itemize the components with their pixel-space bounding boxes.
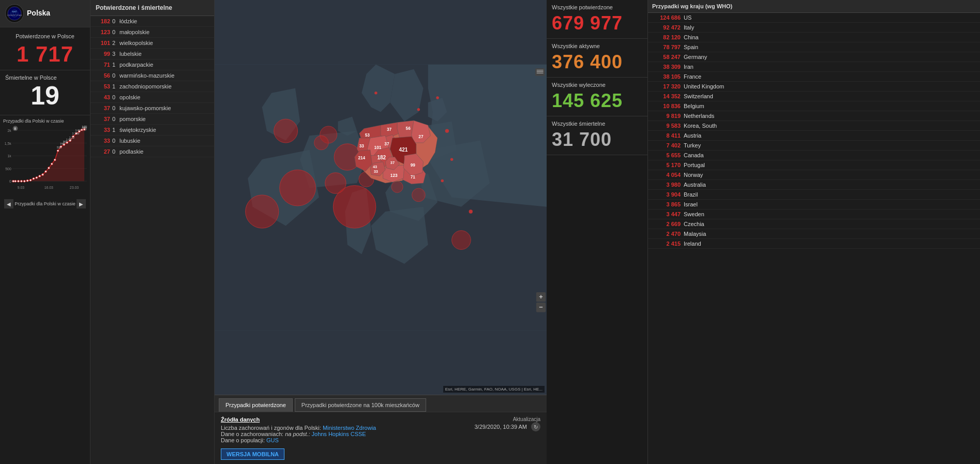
gus-link[interactable]: GUS xyxy=(266,437,279,443)
svg-point-28 xyxy=(26,180,28,182)
svg-point-29 xyxy=(29,179,32,182)
info-links: Liczba zachorowań i zgonów dla Polski: M… xyxy=(221,425,376,443)
svg-text:+: + xyxy=(539,293,543,301)
country-row: 3 980Australia xyxy=(648,180,980,190)
svg-point-75 xyxy=(469,209,473,213)
svg-point-0 xyxy=(8,7,21,20)
country-row: 58 247Germany xyxy=(648,52,980,62)
tab-confirmed[interactable]: Przypadki potwierdzone xyxy=(219,398,293,412)
country-row: 2 415Ireland xyxy=(648,239,980,249)
svg-text:⏸: ⏸ xyxy=(13,127,17,130)
svg-point-81 xyxy=(325,173,346,193)
mobile-button[interactable]: WERSJA MOBILNA xyxy=(221,448,284,460)
svg-text:−: − xyxy=(539,303,543,311)
svg-point-24 xyxy=(14,181,17,183)
svg-text:71: 71 xyxy=(411,175,416,179)
tab-per-100k[interactable]: Przypadki potwierdzone na 100k mieszkańc… xyxy=(295,398,426,412)
line2-prefix: Dane o zachorowaniach: xyxy=(221,431,285,437)
confirmed-number: 1 717 xyxy=(5,42,85,67)
svg-point-31 xyxy=(36,177,38,179)
summary-panel: Wszystkie śmiertelne31 700 xyxy=(547,116,647,155)
svg-text:2k: 2k xyxy=(7,129,11,132)
chart-prev-button[interactable]: ◀ xyxy=(4,199,13,208)
svg-point-34 xyxy=(45,171,47,173)
stat-row: 270podlaskie xyxy=(91,146,214,157)
svg-point-77 xyxy=(441,179,444,183)
summary-panels: Wszystkie potwierdzone679 977Wszystkie a… xyxy=(547,0,647,155)
svg-point-73 xyxy=(436,96,439,99)
country-row: 3 447Sweden xyxy=(648,209,980,219)
svg-text:16.03: 16.03 xyxy=(44,186,53,189)
country-row: 8 411Austria xyxy=(648,131,980,141)
svg-point-90 xyxy=(452,231,471,250)
country-row: 2 470Malaysia xyxy=(648,229,980,239)
stat-row: 531zachodniopomorskie xyxy=(91,81,214,92)
stat-row: 370pomorskie xyxy=(91,114,214,125)
svg-point-88 xyxy=(412,188,426,202)
country-row: 124 686US xyxy=(648,13,980,23)
map-area: 53 37 56 27 37 33 101 421 182 37 99 214 … xyxy=(215,0,547,464)
chart-svg: 2k 1,5k 1k 500 0 9.03 16.03 23.03 ⏸ ⏸ xyxy=(3,125,87,197)
info-bar: Źródła danych Liczba zachorowań i zgonów… xyxy=(215,412,547,464)
country-row: 9 819Netherlands xyxy=(648,111,980,121)
svg-point-30 xyxy=(33,178,35,180)
svg-text:53: 53 xyxy=(365,133,370,138)
summary-panel: Wszystkie potwierdzone679 977 xyxy=(547,0,647,39)
summary-panel: Wszystkie wyleczone145 625 xyxy=(547,78,647,116)
svg-point-23 xyxy=(12,181,14,183)
country-row: 10 836Belgium xyxy=(648,101,980,111)
map-attribution: Esri, HERE, Garmin, FAO, NOAA, USGS | Es… xyxy=(443,386,545,393)
country-row: 3 865Israel xyxy=(648,200,980,209)
ministerstwo-link[interactable]: Ministerstwo Zdrowia xyxy=(323,425,376,431)
svg-text:33: 33 xyxy=(374,169,378,174)
country-row: 92 472Italy xyxy=(648,23,980,33)
svg-text:1,5k: 1,5k xyxy=(5,142,12,145)
stat-row: 1230małopolskie xyxy=(91,27,214,38)
country-row: 9 583Korea, South xyxy=(648,121,980,131)
map-svg: 53 37 56 27 37 33 101 421 182 37 99 214 … xyxy=(215,0,547,395)
svg-text:1 717: 1 717 xyxy=(82,125,87,128)
svg-point-35 xyxy=(48,167,50,169)
chart-area: 2k 1,5k 1k 500 0 9.03 16.03 23.03 ⏸ ⏸ xyxy=(3,125,87,197)
svg-text:23.03: 23.03 xyxy=(70,186,79,189)
chart-title: Przypadki dla Polski w czasie xyxy=(3,118,87,124)
svg-rect-124 xyxy=(535,68,545,76)
svg-point-36 xyxy=(51,163,53,165)
country-row: 38 105France xyxy=(648,72,980,82)
svg-point-78 xyxy=(417,108,420,111)
svg-point-38 xyxy=(57,150,59,152)
country-panel: Przypadki wg kraju (wg WHO) 124 686US92 … xyxy=(647,0,980,464)
esri-logo: esri THE SCIENCE OF WHERE xyxy=(5,4,24,23)
svg-text:500: 500 xyxy=(5,167,11,171)
map-tabs: Przypadki potwierdzone Przypadki potwier… xyxy=(215,395,547,412)
country-row: 3 904Brazil xyxy=(648,190,980,200)
chart-next-button[interactable]: ▶ xyxy=(77,199,86,208)
hopkins-link[interactable]: Johns Hopkins CSSE xyxy=(312,431,366,437)
country-row: 7 402Turkey xyxy=(648,141,980,151)
stats-list: 1820łódzkie1230małopolskie1012wielkopols… xyxy=(91,16,214,157)
svg-text:37: 37 xyxy=(390,160,395,165)
country-row: 4 054Norway xyxy=(648,170,980,180)
country-row: 5 655Canada xyxy=(648,151,980,160)
country-row: 78 797Spain xyxy=(648,42,980,52)
country-list: 124 686US92 472Italy82 120China78 797Spa… xyxy=(648,13,980,249)
svg-point-76 xyxy=(450,158,454,161)
country-row: 38 309Iran xyxy=(648,62,980,72)
stat-row: 993lubelskie xyxy=(91,49,214,59)
svg-point-47 xyxy=(83,128,85,130)
refresh-icon[interactable]: ↻ xyxy=(531,422,540,431)
stat-row: 711podkarpackie xyxy=(91,59,214,70)
svg-point-26 xyxy=(20,181,22,183)
svg-point-72 xyxy=(374,92,378,95)
svg-text:33: 33 xyxy=(359,144,365,148)
svg-point-80 xyxy=(280,170,316,206)
country-row: 2 669Czechia xyxy=(648,219,980,229)
chart-nav-label: Przypadki dla Polski w czasie xyxy=(14,201,76,206)
svg-text:37: 37 xyxy=(387,127,392,132)
sources-link[interactable]: Źródła danych xyxy=(221,416,260,423)
update-label: Aktualizacja xyxy=(474,416,540,422)
svg-point-25 xyxy=(17,181,19,183)
svg-text:1 389: 1 389 xyxy=(72,132,80,135)
svg-text:123: 123 xyxy=(390,173,398,178)
deaths-box: Śmiertelne w Polsce 19 xyxy=(0,70,90,115)
